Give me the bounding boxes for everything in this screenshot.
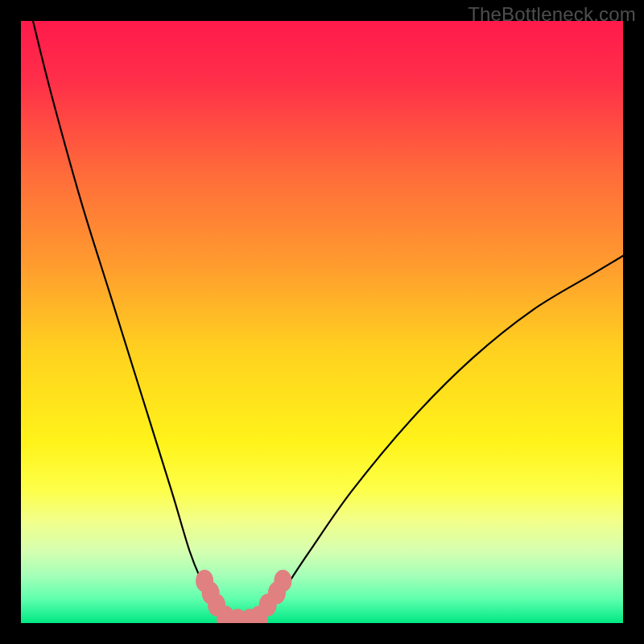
plot-svg (21, 21, 623, 623)
highlight-marker (274, 570, 291, 592)
chart-frame: TheBottleneck.com (0, 0, 644, 644)
plot-area (21, 21, 623, 623)
